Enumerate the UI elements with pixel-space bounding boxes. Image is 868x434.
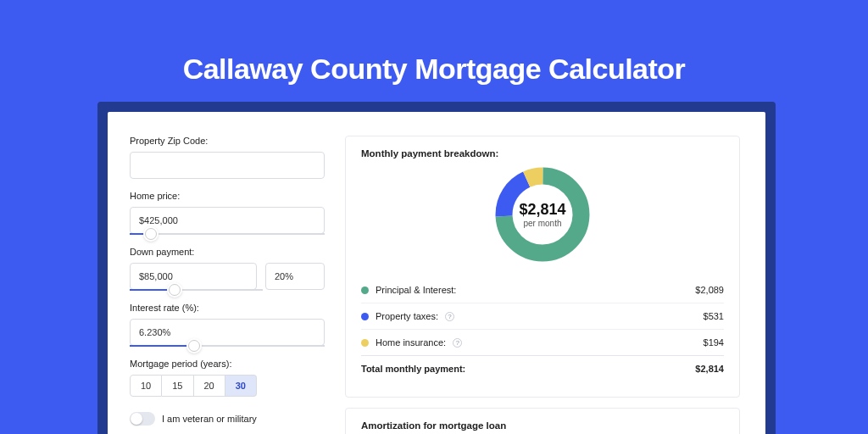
period-field: Mortgage period (years): 10 15 20 30: [130, 359, 325, 397]
veteran-row: I am veteran or military: [130, 412, 325, 426]
home-price-slider[interactable]: [130, 233, 325, 235]
amortization-title: Amortization for mortgage loan: [361, 420, 724, 431]
down-payment-field: Down payment:: [130, 247, 325, 291]
breakdown-card: Monthly payment breakdown: $2,814 per mo…: [345, 136, 740, 398]
period-btn-30[interactable]: 30: [225, 375, 257, 397]
period-btn-10[interactable]: 10: [130, 375, 162, 397]
calculator-panel: Property Zip Code: Home price: Down paym…: [108, 112, 765, 434]
row-principal-label: Principal & Interest:: [376, 285, 456, 295]
dot-icon: [361, 339, 369, 347]
row-taxes-label: Property taxes:: [376, 311, 438, 321]
slider-thumb-icon[interactable]: [145, 228, 157, 240]
row-total: Total monthly payment: $2,814: [361, 355, 724, 381]
slider-thumb-icon[interactable]: [188, 340, 200, 352]
donut-wrap: $2,814 per month: [361, 164, 724, 265]
row-principal-value: $2,089: [695, 285, 724, 295]
row-total-label: Total monthly payment:: [361, 364, 465, 374]
zip-input[interactable]: [130, 152, 325, 179]
period-btn-20[interactable]: 20: [194, 375, 225, 397]
zip-field: Property Zip Code:: [130, 136, 325, 179]
interest-input[interactable]: [130, 319, 325, 346]
home-price-input[interactable]: [130, 207, 325, 234]
home-price-field: Home price:: [130, 191, 325, 235]
help-icon[interactable]: ?: [445, 312, 454, 321]
down-payment-slider[interactable]: [130, 289, 263, 291]
results-column: Monthly payment breakdown: $2,814 per mo…: [345, 112, 765, 434]
down-payment-pct-input[interactable]: [265, 263, 325, 290]
row-insurance: Home insurance: ? $194: [361, 329, 724, 355]
donut-sub: per month: [523, 219, 561, 228]
down-payment-label: Down payment:: [130, 247, 325, 257]
interest-field: Interest rate (%):: [130, 303, 325, 347]
dot-icon: [361, 287, 369, 294]
period-btn-15[interactable]: 15: [162, 375, 193, 397]
dot-icon: [361, 313, 369, 320]
row-taxes-value: $531: [704, 311, 724, 321]
veteran-toggle[interactable]: [130, 412, 155, 426]
donut-amount: $2,814: [519, 201, 565, 219]
row-total-value: $2,814: [695, 364, 724, 374]
veteran-label: I am veteran or military: [162, 414, 257, 424]
toggle-knob-icon: [131, 413, 142, 425]
interest-label: Interest rate (%):: [130, 303, 325, 313]
row-principal: Principal & Interest: $2,089: [361, 277, 724, 303]
row-insurance-value: $194: [704, 337, 724, 348]
period-label: Mortgage period (years):: [130, 359, 325, 369]
slider-thumb-icon[interactable]: [169, 284, 181, 296]
donut-center: $2,814 per month: [492, 164, 593, 265]
home-price-label: Home price:: [130, 191, 325, 201]
page-title: Callaway County Mortgage Calculator: [0, 53, 868, 86]
down-payment-input[interactable]: [130, 263, 257, 290]
row-taxes: Property taxes: ? $531: [361, 303, 724, 329]
row-insurance-label: Home insurance:: [376, 337, 446, 348]
form-column: Property Zip Code: Home price: Down paym…: [108, 112, 345, 434]
period-buttons: 10 15 20 30: [130, 375, 325, 397]
amortization-card: Amortization for mortgage loan Amortizat…: [345, 408, 740, 434]
zip-label: Property Zip Code:: [130, 136, 325, 146]
help-icon[interactable]: ?: [453, 338, 462, 348]
donut-chart: $2,814 per month: [492, 164, 593, 265]
breakdown-title: Monthly payment breakdown:: [361, 148, 724, 159]
interest-slider[interactable]: [130, 345, 325, 347]
